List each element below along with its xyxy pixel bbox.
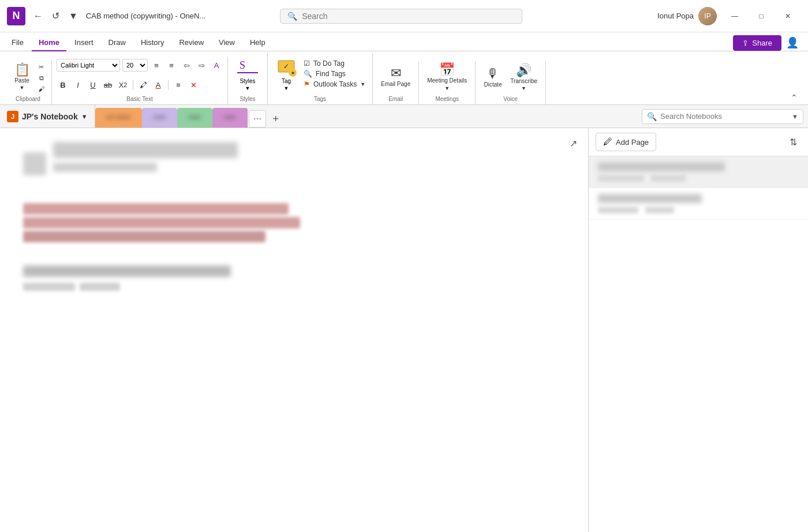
nav-buttons: ← ↺ ▼	[30, 8, 81, 24]
tab-insert[interactable]: Insert	[68, 35, 100, 51]
main-content: ↗ �	[0, 128, 808, 532]
forward-button[interactable]: ↺	[48, 8, 63, 24]
tab-home[interactable]: Home	[32, 35, 66, 51]
find-tags-button[interactable]: 🔍 Find Tags	[301, 69, 368, 78]
cut-button[interactable]: ✂	[36, 62, 47, 72]
section-tab-1[interactable]: ••• ••••••	[95, 108, 142, 128]
indent-decrease-button[interactable]: ⇦	[180, 59, 193, 72]
clipboard-group: 📋 Paste ▼ ✂ ⧉ 🖌 Clipb	[5, 60, 52, 104]
content-block-2	[23, 265, 565, 291]
find-tags-icon: 🔍	[304, 70, 312, 78]
subscript-button[interactable]: X2	[117, 78, 129, 91]
transcribe-button[interactable]: 🔊 Transcribe ▼	[507, 61, 541, 93]
search-notebooks-input[interactable]	[660, 112, 788, 121]
align-button[interactable]: ≡	[172, 78, 185, 91]
indent-increase-button[interactable]: ⇨	[195, 59, 208, 72]
tab-review[interactable]: Review	[172, 35, 211, 51]
tag-blurred-1	[23, 283, 75, 291]
section-tab-2-label: •••••	[154, 114, 166, 122]
font-size-select[interactable]: 20	[122, 59, 148, 72]
search-input[interactable]	[302, 12, 515, 21]
ribbon-tabs: File Home Insert Draw History Review Vie…	[0, 35, 808, 51]
meetings-group: 📅 Meeting Details ▼ Meetings	[419, 61, 476, 104]
clipboard-label: Clipboard	[16, 93, 40, 102]
notebook-selector[interactable]: J JP's Notebook ▼	[0, 105, 95, 128]
tab-history[interactable]: History	[134, 35, 171, 51]
account-button[interactable]: 👤	[786, 36, 799, 49]
back-button[interactable]: ←	[30, 9, 46, 24]
highlight-button[interactable]: 🖍	[137, 78, 149, 91]
tags-content: ✓ ★ Tag ▼ ☑ To Do Tag 🔍 Find Tags	[272, 54, 368, 93]
meetings-content: 📅 Meeting Details ▼	[424, 61, 470, 93]
ribbon-collapse-button[interactable]: ⌃	[787, 91, 801, 104]
expand-button[interactable]: ↗	[565, 135, 581, 151]
page-item-meta-2	[598, 207, 799, 213]
email-group: ✉ Email Page Email	[373, 61, 419, 104]
styles-content: S Styles ▼	[233, 54, 263, 93]
highlight-line-3	[23, 231, 265, 242]
font-color-button[interactable]: A	[152, 78, 164, 91]
bold-button[interactable]: B	[57, 78, 69, 91]
meetings-label: Meetings	[435, 93, 459, 102]
sort-icon: ⇅	[790, 137, 797, 148]
numbered-list-button[interactable]: ≡	[165, 59, 178, 72]
meeting-icon: 📅	[439, 63, 455, 76]
italic-button[interactable]: I	[72, 78, 84, 91]
dictate-button[interactable]: 🎙 Dictate	[480, 61, 506, 93]
clear-format-button[interactable]: A	[210, 59, 223, 72]
maximize-button[interactable]: □	[748, 7, 775, 25]
ribbon: File Home Insert Draw History Review Vie…	[0, 32, 808, 105]
tab-help[interactable]: Help	[243, 35, 272, 51]
page-title-blurred	[53, 142, 238, 158]
todo-tag-button[interactable]: ☑ To Do Tag	[301, 59, 368, 68]
tags-label: Tags	[314, 93, 326, 102]
meeting-details-button[interactable]: 📅 Meeting Details ▼	[424, 61, 470, 93]
section-tabs: ••• •••••• ••••• ••••• ••••• ⋯ +	[95, 105, 642, 128]
styles-group: S Styles ▼ Styles	[228, 54, 268, 104]
user-name: Ionut Popa	[657, 12, 694, 20]
font-family-select[interactable]: Calibri Light	[57, 59, 120, 72]
tag-blurred-2	[80, 283, 120, 291]
section-tab-overflow-button[interactable]: ⋯	[249, 110, 266, 128]
page-list-item-2[interactable]	[589, 188, 808, 220]
section-tab-3[interactable]: •••••	[177, 108, 212, 128]
strikethrough-button[interactable]: ab	[102, 78, 114, 91]
sort-button[interactable]: ⇅	[785, 134, 801, 150]
section-tab-4[interactable]: •••••	[212, 108, 248, 128]
global-search-box[interactable]: 🔍	[280, 9, 522, 24]
erase-button[interactable]: ✕	[187, 78, 200, 91]
search-notebooks-box[interactable]: 🔍 ▼	[642, 109, 803, 124]
tab-file[interactable]: File	[5, 35, 31, 51]
tag-dropdown-icon: ▼	[284, 85, 289, 91]
search-notebooks-dropdown-icon: ▼	[792, 113, 798, 120]
minimize-button[interactable]: —	[721, 7, 748, 25]
transcribe-icon: 🔊	[516, 64, 532, 77]
format-separator	[133, 80, 133, 90]
close-button[interactable]: ✕	[775, 7, 801, 25]
add-section-button[interactable]: +	[267, 110, 285, 128]
copy-button[interactable]: ⧉	[36, 73, 47, 83]
quick-access-button[interactable]: ▼	[65, 9, 81, 24]
email-content: ✉ Email Page	[377, 61, 414, 93]
format-separator-2	[168, 80, 169, 90]
title-bar: N ← ↺ ▼ CAB method (copywriting) - OneN.…	[0, 0, 808, 32]
email-page-button[interactable]: ✉ Email Page	[377, 61, 414, 93]
format-painter-button[interactable]: 🖌	[36, 84, 47, 93]
highlight-line-1	[23, 203, 289, 215]
content-title-blurred	[23, 265, 231, 277]
underline-button[interactable]: U	[87, 78, 99, 91]
content-block-1	[23, 203, 565, 242]
outlook-tasks-button[interactable]: ⚑ Outlook Tasks ▼	[301, 80, 368, 89]
add-page-button[interactable]: 🖉 Add Page	[596, 133, 656, 151]
tag-button[interactable]: ✓ ★ Tag ▼	[272, 54, 300, 93]
tab-view[interactable]: View	[212, 35, 242, 51]
tab-draw[interactable]: Draw	[102, 35, 133, 51]
section-tab-2[interactable]: •••••	[142, 108, 177, 128]
share-button[interactable]: ⇪ Share	[733, 35, 781, 51]
ribbon-content: 📋 Paste ▼ ✂ ⧉ 🖌 Clipb	[0, 51, 808, 104]
bullet-list-button[interactable]: ≡	[150, 59, 163, 72]
basic-text-group: Calibri Light 20 ≡ ≡ ⇦ ⇨ A B I U ab X	[52, 57, 228, 104]
styles-button[interactable]: S Styles ▼	[233, 54, 263, 93]
paste-button[interactable]: 📋 Paste ▼	[9, 61, 35, 93]
page-list-item-1[interactable]	[589, 156, 808, 188]
